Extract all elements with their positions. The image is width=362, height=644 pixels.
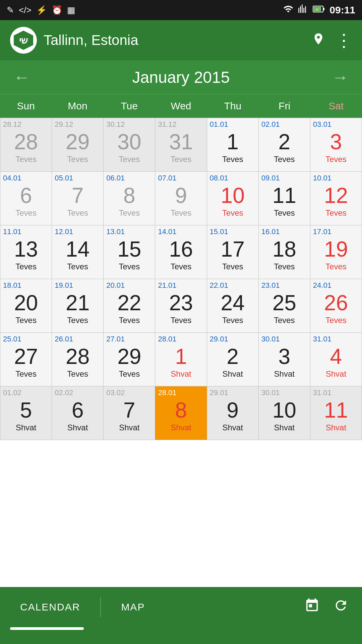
table-row[interactable]: 27.0129Teves <box>104 333 155 386</box>
table-row[interactable]: 29.1229Teves <box>52 118 104 172</box>
table-row[interactable]: 26.0128Teves <box>52 333 104 386</box>
table-row[interactable]: 10.0112Teves <box>310 172 362 225</box>
bottom-bar: CALENDAR MAP <box>0 587 362 644</box>
status-time: 09:11 <box>329 4 355 16</box>
table-row[interactable]: 01.011Teves <box>207 118 259 172</box>
table-row[interactable]: 07.019Teves <box>155 172 207 225</box>
cell-small-date: 16.01 <box>261 227 280 236</box>
table-row[interactable]: 30.1230Teves <box>104 118 155 172</box>
table-row[interactable]: 01.025Shvat <box>0 386 52 440</box>
table-row[interactable]: 17.0119Teves <box>310 225 362 279</box>
table-row[interactable]: 28.1228Teves <box>0 118 52 172</box>
calendar-grid: 28.1228Teves29.1229Teves30.1230Teves31.1… <box>0 118 362 440</box>
table-row[interactable]: 29.012Shvat <box>207 333 259 386</box>
cell-small-date: 31.12 <box>158 120 176 129</box>
table-row[interactable]: 09.0111Teves <box>259 172 310 225</box>
table-row[interactable]: 28.018Shvat <box>155 386 207 440</box>
cell-hebrew-month: Teves <box>171 208 192 218</box>
edit-icon: ✎ <box>7 5 14 15</box>
table-row[interactable]: 24.0126Teves <box>310 279 362 333</box>
table-row[interactable]: 04.016Teves <box>0 172 52 225</box>
cell-small-date: 27.01 <box>106 335 125 343</box>
day-header-sat: Sat <box>310 94 362 118</box>
cell-day-number: 21 <box>66 291 89 315</box>
svg-text:⚡: ⚡ <box>315 7 319 12</box>
table-row[interactable]: 05.017Teves <box>52 172 104 225</box>
calendar-tab[interactable]: CALENDAR <box>0 587 100 627</box>
next-month-button[interactable]: → <box>332 67 349 87</box>
cell-hebrew-month: Teves <box>222 316 243 325</box>
cell-hebrew-month: Shvat <box>326 369 346 379</box>
table-row[interactable]: 14.0116Teves <box>155 225 207 279</box>
table-row[interactable]: 23.0125Teves <box>259 279 310 333</box>
cell-hebrew-month: Shvat <box>274 369 295 379</box>
cell-hebrew-month: Shvat <box>67 423 88 433</box>
table-row[interactable]: 06.018Teves <box>104 172 155 225</box>
cell-hebrew-month: Teves <box>171 262 192 272</box>
calendar-icon[interactable] <box>304 598 320 617</box>
cell-day-number: 3 <box>330 130 342 154</box>
table-row[interactable]: 03.027Shvat <box>104 386 155 440</box>
cell-day-number: 27 <box>14 345 38 368</box>
month-year-title: January 2015 <box>132 68 230 87</box>
cell-day-number: 23 <box>169 291 193 315</box>
table-row[interactable]: 11.0113Teves <box>0 225 52 279</box>
cell-small-date: 28.01 <box>158 335 176 343</box>
table-row[interactable]: 02.026Shvat <box>52 386 104 440</box>
table-row[interactable]: 19.0121Teves <box>52 279 104 333</box>
cell-hebrew-month: Teves <box>15 155 37 164</box>
cell-day-number: 29 <box>117 345 141 368</box>
table-row[interactable]: 16.0118Teves <box>259 225 310 279</box>
cell-day-number: 18 <box>273 237 296 261</box>
table-row[interactable]: 15.0117Teves <box>207 225 259 279</box>
table-row[interactable]: 02.012Teves <box>259 118 310 172</box>
table-row[interactable]: 18.0120Teves <box>0 279 52 333</box>
table-row[interactable]: 22.0124Teves <box>207 279 259 333</box>
cell-hebrew-month: Teves <box>222 208 243 218</box>
status-bar: ✎ </> ⚡ ⏰ ▦ ⚡ 09:11 <box>0 0 362 20</box>
cell-hebrew-month: Teves <box>67 262 88 272</box>
cell-small-date: 11.01 <box>3 227 21 236</box>
cell-small-date: 21.01 <box>158 281 176 290</box>
white-space <box>0 440 362 564</box>
map-tab[interactable]: MAP <box>101 587 165 627</box>
cell-day-number: 3 <box>278 345 290 368</box>
table-row[interactable]: 08.0110Teves <box>207 172 259 225</box>
day-header-wed: Wed <box>155 94 207 118</box>
cell-small-date: 02.02 <box>55 388 73 397</box>
table-row[interactable]: 29.019Shvat <box>207 386 259 440</box>
cell-day-number: 25 <box>273 291 296 315</box>
cell-hebrew-month: Shvat <box>274 423 295 433</box>
table-row[interactable]: 31.0111Shvat <box>310 386 362 440</box>
cell-small-date: 13.01 <box>106 227 125 236</box>
table-row[interactable]: 31.014Shvat <box>310 333 362 386</box>
cell-small-date: 05.01 <box>55 174 73 182</box>
cell-small-date: 18.01 <box>3 281 21 290</box>
cell-hebrew-month: Teves <box>15 316 37 325</box>
table-row[interactable]: 21.0123Teves <box>155 279 207 333</box>
table-row[interactable]: 12.0114Teves <box>52 225 104 279</box>
day-header-sun: Sun <box>0 94 52 118</box>
cell-day-number: 29 <box>66 130 89 154</box>
cell-day-number: 7 <box>123 398 135 422</box>
cell-day-number: 26 <box>324 291 348 315</box>
cell-small-date: 29.12 <box>55 120 73 129</box>
table-row[interactable]: 13.0115Teves <box>104 225 155 279</box>
bottom-icons <box>304 598 362 617</box>
location-icon[interactable] <box>312 32 325 49</box>
cell-small-date: 12.01 <box>55 227 73 236</box>
menu-icon[interactable]: ⋮ <box>335 30 352 50</box>
table-row[interactable]: 20.0122Teves <box>104 279 155 333</box>
cell-day-number: 8 <box>123 184 135 207</box>
table-row[interactable]: 30.013Shvat <box>259 333 310 386</box>
cell-small-date: 01.02 <box>3 388 21 397</box>
table-row[interactable]: 28.011Shvat <box>155 333 207 386</box>
cell-small-date: 24.01 <box>313 281 331 290</box>
refresh-icon[interactable] <box>333 598 349 617</box>
table-row[interactable]: 30.0110Shvat <box>259 386 310 440</box>
calendar-tab-label: CALENDAR <box>20 601 80 613</box>
table-row[interactable]: 25.0127Teves <box>0 333 52 386</box>
prev-month-button[interactable]: ← <box>13 67 30 87</box>
table-row[interactable]: 03.013Teves <box>310 118 362 172</box>
table-row[interactable]: 31.1231Teves <box>155 118 207 172</box>
